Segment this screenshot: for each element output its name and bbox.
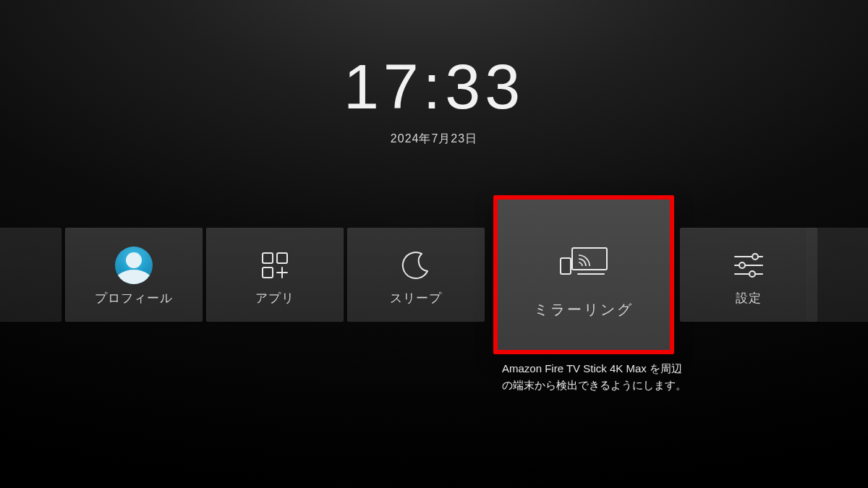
clock-time: 17:33 [0, 55, 868, 119]
tile-label: スリープ [390, 290, 442, 307]
tile-offscreen-left[interactable] [0, 228, 61, 322]
svg-rect-1 [277, 253, 287, 263]
svg-rect-5 [572, 248, 607, 270]
clock: 17:33 2024年7月23日 [0, 55, 868, 147]
apps-grid-icon [259, 244, 291, 287]
svg-rect-7 [561, 258, 571, 274]
svg-point-12 [739, 262, 745, 268]
description-line1: Amazon Fire TV Stick 4K Max [502, 362, 647, 374]
tile-label: アプリ [255, 290, 294, 307]
tile-description: Amazon Fire TV Stick 4K Max を周辺の端末から検出でき… [502, 360, 690, 394]
svg-point-11 [752, 254, 758, 260]
tile-profile[interactable]: プロフィール [65, 228, 203, 322]
moon-icon [400, 244, 432, 287]
profile-avatar-icon [115, 244, 153, 287]
sliders-icon [732, 244, 765, 287]
tile-offscreen-right[interactable] [807, 228, 868, 322]
tile-label: ミラーリング [534, 300, 634, 320]
svg-point-13 [749, 271, 755, 277]
clock-date: 2024年7月23日 [0, 132, 868, 147]
svg-rect-2 [263, 267, 273, 278]
tile-apps[interactable]: アプリ [206, 228, 344, 322]
tile-label: 設定 [736, 290, 762, 307]
tile-label: プロフィール [95, 290, 173, 307]
tile-mirroring[interactable]: ミラーリング [497, 199, 671, 351]
screen-mirroring-icon [556, 232, 611, 293]
tile-sleep[interactable]: スリープ [347, 228, 485, 322]
svg-rect-0 [263, 253, 273, 263]
tile-settings[interactable]: 設定 [680, 228, 817, 322]
quick-settings-row: プロフィール アプリ スリープ [0, 199, 868, 351]
